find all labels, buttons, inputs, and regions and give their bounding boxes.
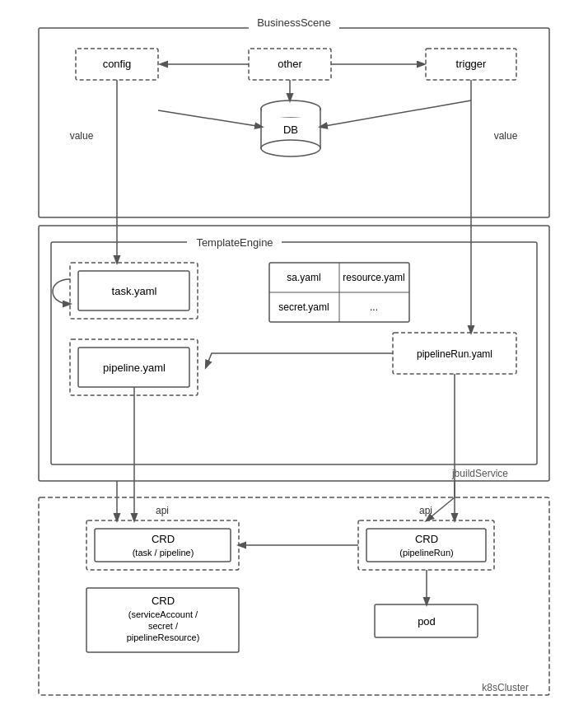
crd-pipelinerun-line1: CRD	[415, 533, 438, 545]
crd-sa-line1: CRD	[152, 595, 175, 607]
db-label: DB	[283, 124, 298, 136]
template-engine-label: TemplateEngine	[196, 236, 273, 249]
svg-rect-8	[262, 109, 320, 117]
crd-task-pipeline-line2: (task / pipeline)	[133, 548, 194, 558]
crd-sa-line3: secret /	[148, 621, 179, 631]
crd-pipelinerun-line2: (pipelineRun)	[399, 548, 453, 558]
trigger-label: trigger	[456, 58, 488, 70]
value-right-label: value	[494, 130, 518, 142]
ellipsis-label: ...	[370, 301, 378, 313]
crd-sa-line2: (serviceAccount /	[128, 609, 198, 619]
diagram: BusinessScene BusinessScene config other…	[22, 3, 566, 712]
crd-sa-line4: pipelineResource)	[127, 632, 200, 642]
business-scene-label-text: BusinessScene	[257, 16, 331, 29]
architecture-diagram: BusinessScene BusinessScene config other…	[30, 12, 558, 703]
other-label: other	[278, 58, 302, 70]
jbuild-service-label: jbuildService	[451, 468, 508, 479]
crd-task-pipeline-line1: CRD	[152, 533, 175, 545]
api-left-label: api	[156, 505, 169, 516]
secret-yaml-label: secret.yaml	[278, 301, 329, 313]
sa-yaml-label: sa.yaml	[287, 272, 320, 283]
pipeline-yaml-label: pipeline.yaml	[103, 362, 166, 374]
pod-label: pod	[418, 615, 436, 628]
value-left-label: value	[70, 130, 94, 142]
resource-yaml-label: resource.yaml	[343, 272, 404, 283]
task-yaml-label: task.yaml	[112, 285, 157, 297]
config-label: config	[103, 58, 132, 70]
svg-point-7	[261, 140, 320, 156]
k8s-cluster-label: k8sCluster	[482, 682, 529, 693]
api-right-label: api	[419, 505, 432, 516]
pipeline-run-yaml-label: pipelineRun.yaml	[417, 348, 492, 360]
